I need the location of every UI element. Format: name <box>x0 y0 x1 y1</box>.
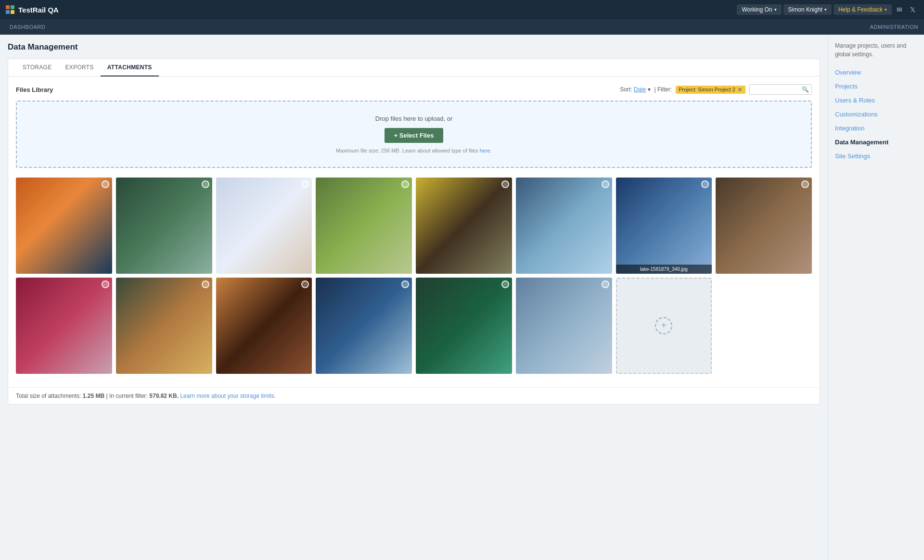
working-on-button[interactable]: Working On ▾ <box>737 4 781 15</box>
sidebar-item-projects[interactable]: Projects <box>828 79 924 93</box>
tab-storage[interactable]: STORAGE <box>16 59 59 76</box>
image-checkbox[interactable] <box>501 180 509 188</box>
card-footer: Total size of attachments: 1.25 MB | In … <box>8 387 820 404</box>
image-item[interactable] <box>116 178 212 274</box>
twitter-icon-button[interactable]: 𝕏 <box>907 4 918 15</box>
app-layout: Data Management STORAGE EXPORTS ATTACHME… <box>0 35 924 560</box>
card-body: Files Library Sort: Date ▾ | Filter: Pro… <box>8 76 820 387</box>
help-feedback-button[interactable]: Help & Feedback ▾ <box>834 4 892 15</box>
image-checkbox[interactable] <box>202 280 209 288</box>
total-size-label: Total size of attachments: <box>16 393 81 399</box>
image-checkbox[interactable] <box>401 280 409 288</box>
image-label: lake-1581879_340.jpg <box>616 265 712 274</box>
select-files-button[interactable]: + Select Files <box>385 128 444 143</box>
image-item[interactable]: lake-1581879_340.jpg <box>616 178 712 274</box>
image-item[interactable] <box>16 178 112 274</box>
image-item[interactable] <box>416 178 512 274</box>
files-library-controls: Sort: Date ▾ | Filter: Project: Simon Pr… <box>620 84 812 95</box>
plus-icon: + <box>655 317 672 334</box>
sidebar-item-integration[interactable]: Integration <box>828 121 924 135</box>
search-input[interactable] <box>749 84 812 95</box>
drop-zone-text: Drop files here to upload, or <box>26 115 801 122</box>
mail-icon-button[interactable]: ✉ <box>894 4 905 15</box>
image-checkbox[interactable] <box>801 180 809 188</box>
sort-arrow-icon: ▾ <box>648 86 651 93</box>
image-checkbox[interactable] <box>102 180 109 188</box>
image-checkbox[interactable] <box>701 180 709 188</box>
logo-grid-icon <box>6 5 14 14</box>
sidebar-item-overview[interactable]: Overview <box>828 65 924 79</box>
filter-tag-close-icon[interactable]: ✕ <box>737 87 743 93</box>
filter-size-value: 579.82 KB. <box>149 393 179 399</box>
image-item[interactable] <box>716 178 812 274</box>
sort-label: Sort: Date ▾ <box>620 86 650 93</box>
image-checkbox[interactable] <box>501 280 509 288</box>
drop-zone-note: Maximum file size: 256 MB. Learn about a… <box>26 148 801 153</box>
top-nav-right: Working On ▾ Simon Knight ▾ Help & Feedb… <box>737 4 918 15</box>
sort-date-link[interactable]: Date <box>634 86 646 93</box>
image-item[interactable] <box>316 278 412 374</box>
tabs-bar: STORAGE EXPORTS ATTACHMENTS <box>8 59 820 76</box>
data-management-card: STORAGE EXPORTS ATTACHMENTS Files Librar… <box>8 59 820 405</box>
filter-label: | Filter: <box>654 86 672 93</box>
image-item[interactable] <box>516 278 612 374</box>
image-grid: lake-1581879_340.jpg+ <box>16 178 812 374</box>
image-checkbox[interactable] <box>301 280 309 288</box>
sidebar-description: Manage projects, users and global settin… <box>828 41 924 65</box>
sidebar-item-users-roles[interactable]: Users & Roles <box>828 93 924 107</box>
image-item[interactable] <box>516 178 612 274</box>
dashboard-link[interactable]: DASHBOARD <box>6 24 49 30</box>
total-size-value: 1.25 MB <box>83 393 104 399</box>
sidebar-item-customizations[interactable]: Customizations <box>828 107 924 121</box>
main-content: Data Management STORAGE EXPORTS ATTACHME… <box>0 35 828 560</box>
right-sidebar: Manage projects, users and global settin… <box>828 35 924 560</box>
drop-zone-note-link[interactable]: here. <box>480 148 492 153</box>
tab-attachments[interactable]: ATTACHMENTS <box>101 59 159 76</box>
image-item[interactable] <box>216 178 312 274</box>
image-checkbox[interactable] <box>602 280 609 288</box>
chevron-down-icon: ▾ <box>774 7 777 12</box>
image-item[interactable] <box>116 278 212 374</box>
chevron-down-icon: ▾ <box>824 7 827 12</box>
tab-exports[interactable]: EXPORTS <box>59 59 101 76</box>
chevron-down-icon: ▾ <box>885 7 887 12</box>
image-add-button[interactable]: + <box>616 278 712 374</box>
files-library-title: Files Library <box>16 86 53 93</box>
image-item[interactable] <box>16 278 112 374</box>
app-name: TestRail QA <box>18 6 59 14</box>
search-wrapper: 🔍 <box>749 84 812 95</box>
image-checkbox[interactable] <box>102 280 109 288</box>
image-item[interactable] <box>216 278 312 374</box>
image-item[interactable] <box>416 278 512 374</box>
user-menu-button[interactable]: Simon Knight ▾ <box>783 4 832 15</box>
files-library-header: Files Library Sort: Date ▾ | Filter: Pro… <box>16 84 812 95</box>
sidebar-nav: OverviewProjectsUsers & RolesCustomizati… <box>828 65 924 163</box>
image-item[interactable] <box>316 178 412 274</box>
sub-nav: DASHBOARD ADMINISTRATION <box>0 19 924 35</box>
top-nav: TestRail QA Working On ▾ Simon Knight ▾ … <box>0 0 924 19</box>
drop-zone[interactable]: Drop files here to upload, or + Select F… <box>16 101 812 168</box>
image-checkbox[interactable] <box>401 180 409 188</box>
image-checkbox[interactable] <box>202 180 209 188</box>
filter-size-separator: | In current filter: <box>106 393 147 399</box>
page-title: Data Management <box>8 42 820 52</box>
filter-tag: Project: Simon Project 2 ✕ <box>676 86 745 94</box>
sidebar-item-site-settings[interactable]: Site Settings <box>828 149 924 163</box>
image-checkbox[interactable] <box>301 180 309 188</box>
administration-label: ADMINISTRATION <box>870 24 918 30</box>
sidebar-item-data-management: Data Management <box>828 135 924 149</box>
image-checkbox[interactable] <box>602 180 609 188</box>
app-logo: TestRail QA <box>6 5 737 14</box>
storage-limits-link[interactable]: Learn more about your storage limits. <box>180 393 276 399</box>
